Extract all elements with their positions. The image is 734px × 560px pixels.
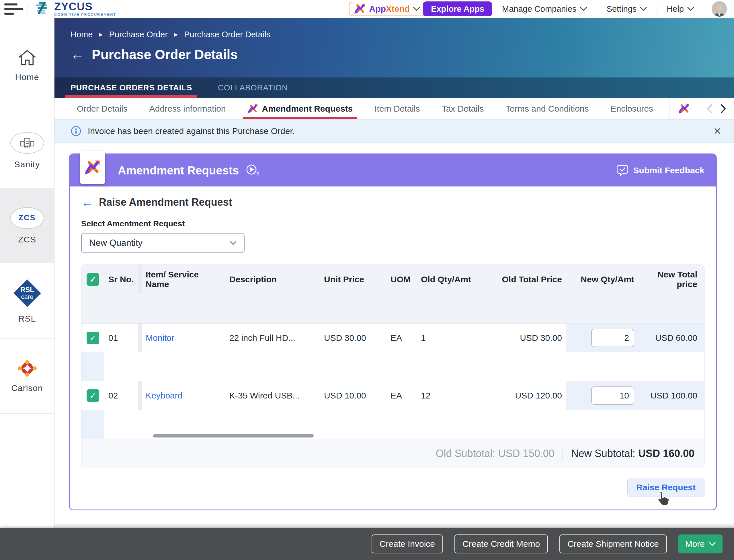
- settings-dropdown[interactable]: Settings: [597, 4, 657, 14]
- column-header: Old Total Price: [488, 265, 566, 294]
- secondary-tabs: Order Details Address information Amendm…: [55, 98, 734, 120]
- cell-unit-price: USD 30.00: [320, 324, 386, 352]
- appxtend-badge-icon: [80, 151, 105, 184]
- sidebar-item-zcs[interactable]: ZCS ZCS: [0, 188, 54, 263]
- close-icon[interactable]: ✕: [713, 125, 722, 137]
- tab-purchase-orders-details[interactable]: PURCHASE ORDERS DETAILS: [71, 77, 192, 98]
- sanity-logo-icon: [10, 132, 44, 154]
- cell-sr-no: 01: [104, 324, 138, 352]
- old-subtotal-value: USD 150.00: [498, 448, 554, 459]
- explore-apps-button[interactable]: Explore Apps: [423, 1, 492, 16]
- breadcrumb-purchase-order[interactable]: Purchase Order: [109, 30, 168, 39]
- breadcrumb-separator-icon: ▶: [99, 32, 103, 38]
- submit-feedback-button[interactable]: Submit Feedback: [616, 164, 704, 177]
- breadcrumb-home[interactable]: Home: [71, 30, 93, 39]
- tab-label: PURCHASE ORDERS DETAILS: [71, 83, 192, 92]
- item-link[interactable]: Monitor: [146, 333, 174, 343]
- active-tab-underline: [65, 95, 197, 98]
- row-checkbox[interactable]: ✓: [87, 389, 99, 402]
- chevron-down-icon: [230, 241, 237, 245]
- subtab-address-information[interactable]: Address information: [139, 98, 237, 119]
- svg-text:RSL: RSL: [20, 286, 34, 293]
- cell-description: 22 inch Full HD...: [225, 324, 320, 352]
- amendment-type-select[interactable]: New Quantity: [81, 233, 245, 253]
- sidebar-item-label: ZCS: [18, 235, 36, 244]
- table-header-row: ✓ Sr No. Item/ Service Name Description …: [81, 265, 704, 323]
- back-arrow-icon[interactable]: ←: [81, 196, 93, 208]
- appxtend-tab[interactable]: [669, 98, 699, 119]
- content-area: Amendment Requests ? Submit Feedback: [55, 153, 734, 560]
- help-dropdown[interactable]: Help: [657, 4, 704, 14]
- subtab-enclosures[interactable]: Enclosures: [600, 98, 664, 119]
- brand-name: ZYCUS: [54, 1, 116, 12]
- breadcrumb-purchase-order-details[interactable]: Purchase Order Details: [184, 30, 270, 39]
- cell-old-total: USD 30.00: [488, 324, 566, 352]
- more-button[interactable]: More: [678, 534, 723, 553]
- sidebar-item-label: Carlson: [11, 383, 43, 393]
- select-amendment-label: Select Amentment Request: [81, 219, 704, 228]
- subtab-order-details[interactable]: Order Details: [66, 98, 139, 119]
- brand-tagline: COGNITIVE PROCUREMENT: [54, 13, 116, 17]
- column-header: Sr No.: [104, 265, 138, 294]
- manage-companies-dropdown[interactable]: Manage Companies: [492, 4, 597, 14]
- info-banner: Invoice has been created against this Pu…: [55, 120, 734, 143]
- create-credit-memo-button[interactable]: Create Credit Memo: [454, 534, 548, 553]
- help-label: Help: [667, 4, 684, 14]
- column-header: Old Qty/Amt: [417, 265, 488, 294]
- manage-companies-label: Manage Companies: [502, 4, 577, 14]
- item-link[interactable]: Keyboard: [146, 391, 182, 400]
- create-shipment-notice-button[interactable]: Create Shipment Notice: [559, 534, 667, 553]
- subtab-tax-details[interactable]: Tax Details: [431, 98, 495, 119]
- appxtend-ax-icon: [248, 104, 258, 114]
- cell-sr-no: 02: [104, 381, 138, 410]
- amendment-card-title: Amendment Requests: [118, 164, 239, 177]
- scroll-tabs-right-icon[interactable]: [720, 104, 727, 114]
- sidebar-item-sanity[interactable]: Sanity: [0, 113, 54, 188]
- app-header: ZYCUS COGNITIVE PROCUREMENT AppXtend Exp…: [0, 0, 734, 18]
- amendment-card-header: Amendment Requests ? Submit Feedback: [70, 154, 716, 186]
- subtab-label: Item Details: [374, 104, 420, 114]
- new-qty-input[interactable]: [591, 329, 634, 347]
- page-hero-banner: Home ▶ Purchase Order ▶ Purchase Order D…: [55, 18, 734, 77]
- back-arrow-icon[interactable]: ←: [71, 48, 84, 61]
- zcs-logo-text: ZCS: [19, 213, 36, 222]
- home-icon: [17, 49, 37, 67]
- subtotal-row: Old Subtotal: USD 150.00 New Subtotal: U…: [81, 439, 704, 468]
- scroll-tabs-left-icon[interactable]: [706, 104, 713, 114]
- amendment-requests-card: Amendment Requests ? Submit Feedback: [69, 153, 717, 510]
- user-avatar[interactable]: [712, 1, 727, 17]
- column-header: New Qty/Amt: [566, 265, 638, 294]
- play-help-icon[interactable]: ?: [245, 164, 260, 177]
- tab-label: COLLABORATION: [218, 83, 288, 92]
- tab-collaboration[interactable]: COLLABORATION: [218, 77, 288, 98]
- subtab-label: Amendment Requests: [262, 104, 353, 114]
- appxtend-dropdown[interactable]: AppXtend: [349, 2, 426, 16]
- subtab-terms-and-conditions[interactable]: Terms and Conditions: [494, 98, 599, 119]
- more-label: More: [685, 539, 705, 549]
- settings-label: Settings: [607, 4, 637, 14]
- table-row: ✓ 01 Monitor 22 inch Full HD... USD 30.0…: [81, 323, 704, 381]
- subtab-item-details[interactable]: Item Details: [364, 98, 431, 119]
- hamburger-menu-icon[interactable]: [0, 3, 28, 15]
- row-checkbox[interactable]: ✓: [87, 332, 99, 344]
- cell-description: K-35 Wired USB...: [225, 381, 320, 410]
- amendment-type-value: New Quantity: [89, 238, 143, 248]
- sidebar-item-home[interactable]: Home: [0, 18, 54, 113]
- cell-old-qty: 12: [417, 381, 488, 410]
- main-content: Home ▶ Purchase Order ▶ Purchase Order D…: [55, 18, 734, 560]
- sidebar-item-carlson[interactable]: Carlson: [0, 339, 54, 414]
- cell-old-total: USD 120.00: [488, 381, 566, 410]
- column-header: Unit Price: [320, 265, 386, 294]
- create-invoice-button[interactable]: Create Invoice: [371, 534, 443, 553]
- subtab-label: Address information: [149, 104, 226, 114]
- appxtend-ax-icon: [354, 3, 366, 15]
- cell-new-total: USD 60.00: [638, 324, 704, 352]
- table-horizontal-scrollbar[interactable]: [153, 434, 314, 437]
- amendment-items-table: ✓ Sr No. Item/ Service Name Description …: [81, 265, 704, 468]
- new-qty-input[interactable]: [591, 386, 634, 405]
- sidebar-item-label: Home: [15, 72, 39, 82]
- subtotal-divider: [562, 447, 563, 460]
- sidebar-item-rsl[interactable]: RSL care RSL: [0, 263, 54, 339]
- select-all-checkbox[interactable]: ✓: [87, 273, 99, 286]
- subtab-amendment-requests[interactable]: Amendment Requests: [237, 98, 364, 119]
